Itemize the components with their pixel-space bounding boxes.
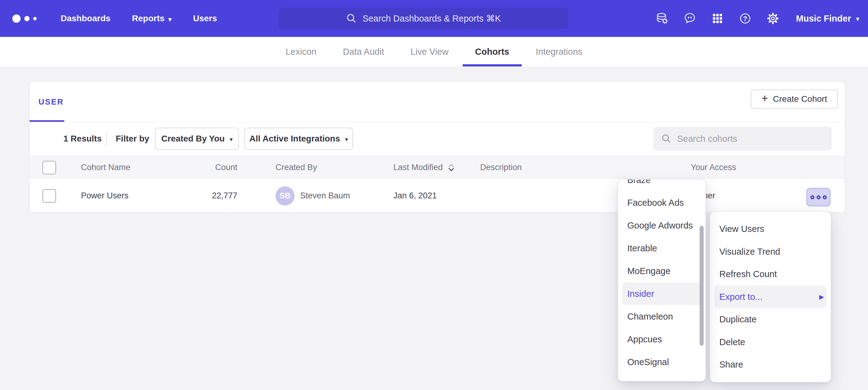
export-destination-label: Chameleon xyxy=(627,312,673,322)
avatar: SB xyxy=(276,186,294,205)
section-tab[interactable]: Live View xyxy=(411,37,449,66)
export-destination-label: Appcues xyxy=(627,334,662,345)
row-context-menu: View Users ▶ Visualize Trend ▶ Refresh C… xyxy=(710,212,831,382)
top-nav-link[interactable]: Users ▾ xyxy=(193,13,217,23)
column-last-modified[interactable]: Last Modified xyxy=(393,156,455,179)
column-count: Count xyxy=(162,156,237,179)
project-name: Music Finder xyxy=(796,13,851,24)
ellipsis-dot xyxy=(823,195,827,199)
chevron-down-icon: ▾ xyxy=(345,134,348,143)
context-menu-item[interactable]: Duplicate ▶ xyxy=(710,308,831,331)
column-description: Description xyxy=(480,156,522,179)
top-nav-links: Dashboards ▾ Reports ▾ Users ▾ xyxy=(61,13,217,23)
top-nav-link-label: Dashboards xyxy=(61,13,111,23)
export-destination-item[interactable]: Insider ▶ xyxy=(622,282,701,305)
top-nav-link[interactable]: Dashboards ▾ xyxy=(61,13,111,23)
chevron-down-icon: ▾ xyxy=(856,14,859,23)
feedback-icon[interactable] xyxy=(683,12,696,25)
create-cohort-button[interactable]: + Create Cohort xyxy=(751,90,838,108)
last-modified-date: Jan 6, 2021 xyxy=(393,179,437,213)
mixpanel-logo-icon[interactable] xyxy=(12,14,37,23)
created-by-filter-dropdown[interactable]: Created By You ▾ xyxy=(155,128,239,150)
top-nav-link[interactable]: Reports ▾ xyxy=(132,13,172,23)
export-destination-label: OneSignal xyxy=(627,357,669,367)
project-switcher[interactable]: Music Finder ▾ xyxy=(796,13,859,24)
context-menu-item-label: Refresh Count xyxy=(719,269,777,279)
export-destination-item[interactable]: Iterable ▶ xyxy=(618,237,706,260)
export-destination-item[interactable]: MoEngage ▶ xyxy=(618,260,706,282)
chevron-down-icon: ▾ xyxy=(229,134,233,143)
data-settings-icon[interactable] xyxy=(656,12,669,25)
filter-bar: 1 Results Filter by Created By You ▾ All… xyxy=(30,122,845,156)
integrations-filter-dropdown[interactable]: All Active Integrations ▾ xyxy=(244,128,353,150)
section-tab[interactable]: Lexicon xyxy=(286,37,316,66)
row-more-actions-button[interactable] xyxy=(806,188,831,206)
top-nav-right: ? M xyxy=(656,0,859,37)
export-submenu: Braze ▶ Facebook Ads ▶ Google Adwords ▶ … xyxy=(618,179,706,381)
context-menu-item-label: Duplicate xyxy=(719,314,756,324)
section-tab[interactable]: Cohorts xyxy=(475,37,509,66)
cohorts-page: Dashboards ▾ Reports ▾ Users ▾ Search Da… xyxy=(0,0,868,390)
row-checkbox-cell xyxy=(42,179,56,213)
select-all-checkbox[interactable] xyxy=(42,161,56,174)
export-destination-label: Braze xyxy=(627,179,651,185)
export-destination-item[interactable]: Chameleon ▶ xyxy=(618,305,706,328)
ellipsis-dot xyxy=(810,195,814,199)
context-menu-item[interactable]: Delete ▶ xyxy=(710,331,831,354)
created-by-filter-label: Created By You xyxy=(161,134,225,143)
created-by-name: Steven Baum xyxy=(300,191,350,200)
export-destination-label: Google Adwords xyxy=(627,221,693,231)
context-menu-item-label: View Users xyxy=(719,224,764,234)
export-destination-label: Facebook Ads xyxy=(627,198,684,208)
context-menu-item[interactable]: Export to... ▶ xyxy=(714,286,827,308)
context-menu-item[interactable]: View Users ▶ xyxy=(710,218,831,240)
table-header: Cohort Name Count Created By Last Modifi… xyxy=(30,156,845,179)
export-destination-item[interactable]: Facebook Ads ▶ xyxy=(618,191,706,214)
cohort-count: 22,777 xyxy=(162,179,237,213)
export-submenu-list: Braze ▶ Facebook Ads ▶ Google Adwords ▶ … xyxy=(618,179,706,373)
context-menu-item[interactable]: Share ▶ xyxy=(710,353,831,376)
submenu-arrow-icon: ▶ xyxy=(819,293,824,300)
apps-grid-icon[interactable] xyxy=(711,12,724,25)
section-tab-label: Cohorts xyxy=(475,47,509,57)
ellipsis-dot xyxy=(816,195,820,199)
global-search-placeholder: Search Dashboards & Reports ⌘K xyxy=(363,13,501,24)
context-menu-item-label: Share xyxy=(719,360,743,370)
section-tab[interactable]: Integrations xyxy=(536,37,583,66)
create-cohort-label: Create Cohort xyxy=(773,94,827,104)
submenu-scrollbar[interactable] xyxy=(700,226,704,346)
global-search-input[interactable]: Search Dashboards & Reports ⌘K xyxy=(279,8,568,29)
cohort-search-input[interactable] xyxy=(677,134,813,144)
column-created-by: Created By xyxy=(276,156,317,179)
created-by-cell: SB Steven Baum xyxy=(276,179,350,213)
export-destination-item[interactable]: Google Adwords ▶ xyxy=(618,214,706,237)
export-destination-item[interactable]: OneSignal ▶ xyxy=(618,351,706,373)
context-menu-item[interactable]: Visualize Trend ▶ xyxy=(710,240,831,263)
tab-user-cohorts[interactable]: USER xyxy=(30,82,64,122)
search-icon xyxy=(661,133,672,144)
section-tab-label: Live View xyxy=(411,47,449,57)
settings-gear-icon[interactable] xyxy=(767,12,779,25)
results-count: 1 Results xyxy=(63,122,102,156)
cohort-name-link[interactable]: Power Users xyxy=(81,179,129,213)
top-nav: Dashboards ▾ Reports ▾ Users ▾ Search Da… xyxy=(0,0,868,37)
top-nav-link-label: Users xyxy=(193,13,217,23)
integrations-filter-label: All Active Integrations xyxy=(249,134,340,143)
context-menu-item[interactable]: Refresh Count ▶ xyxy=(710,263,831,286)
sort-icon xyxy=(447,163,455,172)
logo-dot-large xyxy=(12,14,21,23)
section-tab[interactable]: Data Audit xyxy=(343,37,384,66)
row-checkbox[interactable] xyxy=(42,189,56,203)
panel-header: USER + Create Cohort xyxy=(30,82,845,122)
cohort-table-row: Power Users 22,777 SB Steven Baum Jan 6,… xyxy=(30,179,845,213)
export-destination-item[interactable]: Appcues ▶ xyxy=(618,328,706,351)
filter-by-label: Filter by xyxy=(116,122,149,156)
section-tab-bar: Lexicon Data Audit Live View Cohorts Int… xyxy=(0,37,868,67)
help-icon[interactable]: ? xyxy=(739,12,752,25)
search-icon xyxy=(346,13,357,24)
export-destination-label: Insider xyxy=(627,289,654,299)
context-menu-item-label: Export to... xyxy=(719,292,763,302)
logo-dot-medium xyxy=(24,16,30,21)
export-destination-item[interactable]: Braze ▶ xyxy=(618,179,706,191)
logo-dot-small xyxy=(33,17,37,20)
